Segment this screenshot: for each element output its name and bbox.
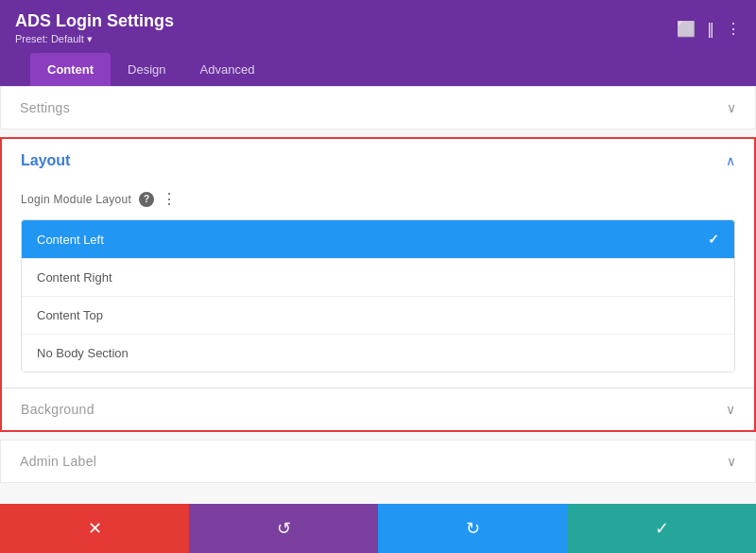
header-icons: ⬜ ‖ ⋮ xyxy=(677,20,741,38)
header-top: ADS Login Settings Preset: Default ▾ ⬜ ‖… xyxy=(15,11,741,53)
main-content: Settings ∨ Layout ∧ Login Module Layout … xyxy=(0,86,756,504)
background-header[interactable]: Background ∨ xyxy=(2,388,754,430)
app-title: ADS Login Settings xyxy=(15,11,174,31)
background-title: Background xyxy=(21,402,94,417)
tabs-bar: Content Design Advanced xyxy=(15,53,741,86)
footer: ✕ ↺ ↻ ✓ xyxy=(0,504,756,553)
selected-checkmark: ✓ xyxy=(708,232,719,247)
header-title-group: ADS Login Settings Preset: Default ▾ xyxy=(15,11,174,45)
option-content-right[interactable]: Content Right xyxy=(22,258,734,296)
settings-title: Settings xyxy=(20,100,70,115)
admin-label-section: Admin Label ∨ xyxy=(0,440,756,483)
field-more-icon[interactable]: ⋮ xyxy=(162,190,177,208)
admin-label-header[interactable]: Admin Label ∨ xyxy=(1,441,755,482)
save-button[interactable]: ✓ xyxy=(567,504,756,553)
admin-label-chevron: ∨ xyxy=(727,454,736,469)
layout-header[interactable]: Layout ∧ xyxy=(2,139,754,182)
preset-subtitle[interactable]: Preset: Default ▾ xyxy=(15,33,174,45)
tab-content[interactable]: Content xyxy=(30,53,111,86)
tab-advanced[interactable]: Advanced xyxy=(183,53,272,86)
help-icon[interactable]: ? xyxy=(139,192,154,207)
settings-header[interactable]: Settings ∨ xyxy=(1,87,755,129)
option-content-left[interactable]: Content Left ✓ xyxy=(22,220,734,258)
more-vertical-icon[interactable]: ⋮ xyxy=(726,20,741,38)
layout-chevron: ∧ xyxy=(726,153,735,168)
option-no-body[interactable]: No Body Section xyxy=(22,334,734,372)
reset-button[interactable]: ↺ xyxy=(189,504,378,553)
expand-icon[interactable]: ⬜ xyxy=(677,20,696,38)
field-label: Login Module Layout xyxy=(21,193,131,206)
admin-label-title: Admin Label xyxy=(20,454,96,469)
login-module-layout-row: Login Module Layout ? ⋮ xyxy=(2,182,754,219)
background-chevron: ∨ xyxy=(726,402,735,417)
tab-design[interactable]: Design xyxy=(111,53,182,86)
cancel-button[interactable]: ✕ xyxy=(0,504,189,553)
header: ADS Login Settings Preset: Default ▾ ⬜ ‖… xyxy=(0,0,756,86)
layout-icon[interactable]: ‖ xyxy=(707,20,714,38)
layout-title: Layout xyxy=(21,152,70,169)
app-container: ADS Login Settings Preset: Default ▾ ⬜ ‖… xyxy=(0,0,756,553)
option-content-top[interactable]: Content Top xyxy=(22,296,734,334)
refresh-button[interactable]: ↻ xyxy=(378,504,567,553)
layout-dropdown: Content Left ✓ Content Right Content Top… xyxy=(21,219,735,372)
layout-section: Layout ∧ Login Module Layout ? ⋮ Content… xyxy=(0,137,756,432)
settings-chevron: ∨ xyxy=(727,100,736,115)
settings-section: Settings ∨ xyxy=(0,86,756,130)
